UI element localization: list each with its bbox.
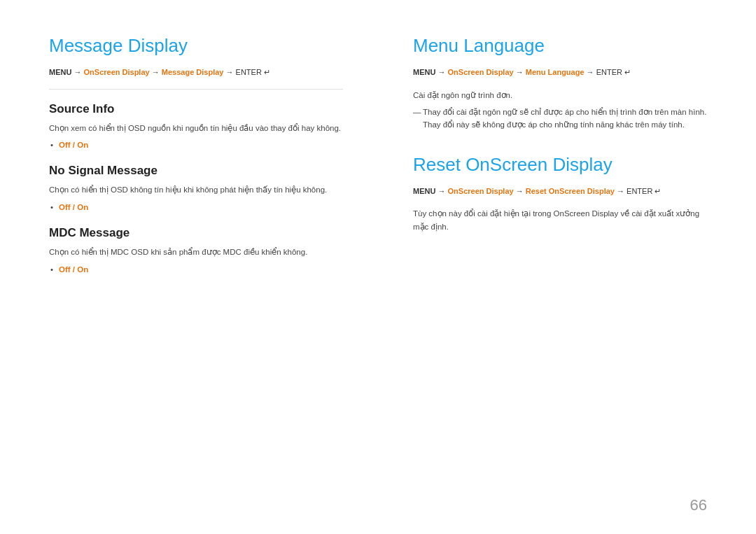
no-signal-description: Chọn có hiển thị OSD không tín hiệu khi … (49, 183, 343, 196)
reset-osd-section: Reset OnScreen Display MENU → OnScreen D… (413, 154, 707, 233)
page-container: Message Display MENU → OnScreen Display … (0, 0, 756, 534)
menu-language-title: Menu Language (413, 35, 707, 57)
menu-label2: MENU (413, 68, 438, 76)
reset-osd-link: Reset OnScreen Display (526, 187, 615, 195)
page-number: 66 (690, 496, 707, 514)
message-display-link: Message Display (162, 68, 224, 76)
reset-osd-description: Tùy chọn này đổi cài đặt hiện tại trong … (413, 207, 707, 233)
mdc-message-description: Chọn có hiển thị MDC OSD khi sản phẩm đư… (49, 246, 343, 258)
menu-label: MENU (49, 68, 74, 76)
source-info-title: Source Info (49, 102, 343, 116)
menu-language-link: Menu Language (526, 68, 584, 76)
onscreen-display-link2: OnScreen Display (448, 68, 514, 76)
menu-language-note: Thay đổi cài đặt ngôn ngữ sẽ chỉ được áp… (413, 106, 707, 132)
left-column: Message Display MENU → OnScreen Display … (49, 35, 357, 506)
no-signal-option: Off / On (59, 201, 343, 213)
source-info-option: Off / On (59, 139, 343, 151)
mdc-message-option: Off / On (59, 263, 343, 276)
no-signal-title: No Signal Message (49, 164, 343, 178)
right-column: Menu Language MENU → OnScreen Display → … (399, 35, 707, 506)
menu-language-section: Menu Language MENU → OnScreen Display → … (413, 35, 707, 132)
onscreen-display-link3: OnScreen Display (448, 187, 514, 195)
source-info-description: Chọn xem có hiển thị OSD nguồn khi nguồn… (49, 122, 343, 134)
source-info-section: Source Info Chọn xem có hiển thị OSD ngu… (49, 102, 343, 152)
onscreen-display-link1: OnScreen Display (84, 68, 150, 76)
reset-osd-title: Reset OnScreen Display (413, 154, 707, 176)
no-signal-section: No Signal Message Chọn có hiển thị OSD k… (49, 164, 343, 213)
menu-language-menu-path: MENU → OnScreen Display → Menu Language … (413, 66, 707, 79)
message-display-menu-path: MENU → OnScreen Display → Message Displa… (49, 66, 343, 79)
menu-language-description: Cài đặt ngôn ngữ trình đơn. (413, 89, 707, 101)
message-display-title: Message Display (49, 35, 343, 57)
reset-osd-highlight: OnScreen Display (554, 209, 619, 218)
menu-label3: MENU (413, 187, 438, 195)
no-signal-options: Off / On (59, 201, 343, 213)
source-info-options: Off / On (59, 139, 343, 151)
mdc-message-section: MDC Message Chọn có hiển thị MDC OSD khi… (49, 226, 343, 276)
divider1 (49, 89, 343, 90)
mdc-message-title: MDC Message (49, 226, 343, 240)
mdc-message-options: Off / On (59, 263, 343, 276)
reset-osd-menu-path: MENU → OnScreen Display → Reset OnScreen… (413, 185, 707, 198)
